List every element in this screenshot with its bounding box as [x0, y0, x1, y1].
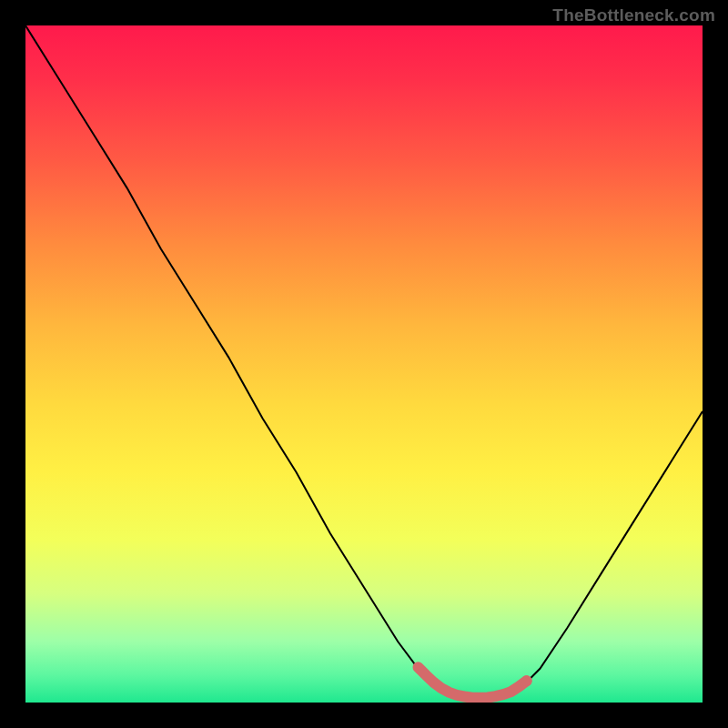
highlight-end-dot — [521, 675, 532, 686]
highlight-range-path — [419, 667, 527, 698]
bottleneck-chart: TheBottleneck.com — [0, 0, 728, 728]
highlight-svg — [25, 25, 703, 703]
plot-area — [25, 25, 703, 703]
attribution-text: TheBottleneck.com — [552, 5, 715, 25]
